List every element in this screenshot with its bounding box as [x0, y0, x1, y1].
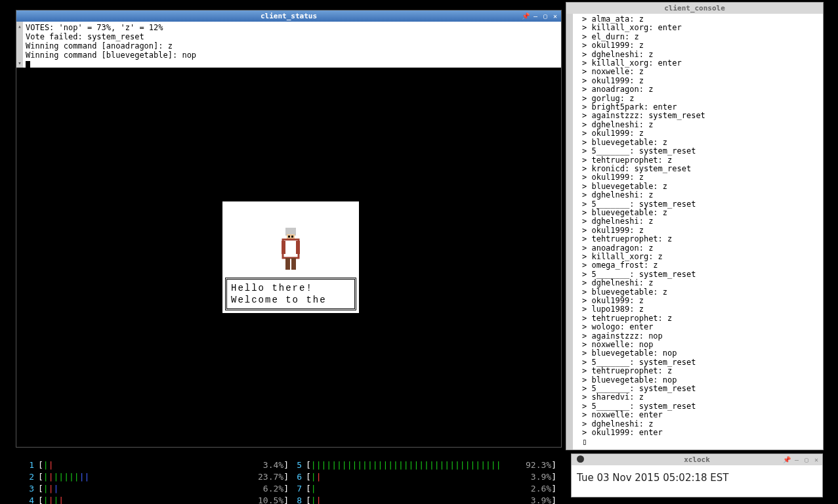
- client-console-window: client_console ▴ ▾ > alma_ata: z> killal…: [566, 2, 824, 450]
- svg-rect-3: [291, 236, 293, 238]
- bracket-icon: ]: [283, 459, 289, 471]
- console-cursor-line: ▯: [582, 438, 822, 446]
- console-entry: > dghelneshi: z: [582, 51, 822, 59]
- gameboy-textbox: Hello there! Welcome to the: [225, 278, 356, 310]
- console-entry: > okul1999: enter: [582, 429, 822, 437]
- bracket-icon: [: [38, 471, 43, 483]
- console-entry: > okul1999: z: [582, 297, 822, 305]
- console-entry: > againstzzz: system_reset: [582, 112, 822, 120]
- cpu-bar: |||||||||||||||||||||||||||||||||||||: [311, 459, 514, 471]
- console-entry: > bluevegetable: nop: [582, 376, 822, 385]
- cpu-index: 4: [21, 495, 34, 504]
- client-status-title: client_status: [261, 12, 317, 20]
- console-entry: > killall_xorg: z: [582, 253, 822, 261]
- svg-rect-8: [285, 258, 290, 270]
- htop-row: 2[|||||||||23.7%]6[||3.9%]: [21, 471, 556, 483]
- console-entry: > dghelneshi: z: [582, 279, 822, 287]
- console-entry: > bright5park: enter: [582, 103, 822, 112]
- bracket-icon: [: [38, 495, 43, 504]
- xclock-titlebar[interactable]: xclock 📌 – ▢ ✕: [572, 454, 822, 465]
- console-entry: > 5_______: system_reset: [582, 385, 822, 393]
- console-entry: > tehtrueprophet: z: [582, 156, 822, 165]
- cpu-meter: 1[||3.4%]: [21, 459, 289, 471]
- scroll-down-icon[interactable]: ▾: [18, 58, 21, 68]
- scroll-up-icon[interactable]: ▴: [568, 14, 571, 22]
- console-entry: > kronicd: system_reset: [582, 165, 822, 173]
- bracket-icon: ]: [551, 471, 556, 483]
- console-entry: > gorlug: z: [582, 94, 822, 103]
- client-console-titlebar[interactable]: client_console: [566, 3, 823, 14]
- console-entry: > 5_______: system_reset: [582, 147, 822, 156]
- console-entry: > okul1999: z: [582, 226, 822, 235]
- scroll-down-icon[interactable]: ▾: [568, 441, 571, 450]
- cpu-meter: 6[||3.9%]: [289, 471, 556, 483]
- cpu-percent: 3.4%: [247, 459, 283, 471]
- xclock-app-icon: [577, 455, 584, 463]
- window-controls: 📌 – ▢ ✕: [783, 455, 820, 463]
- cpu-bar: ||||: [43, 495, 247, 504]
- console-entry: > dghelneshi: z: [582, 121, 822, 129]
- maximize-icon[interactable]: ▢: [803, 455, 810, 463]
- console-entry: > dghelneshi: z: [582, 217, 822, 226]
- htop-panel: 1[||3.4%]5[|||||||||||||||||||||||||||||…: [16, 458, 562, 497]
- cpu-percent: 23.7%: [247, 471, 283, 483]
- console-entry: > okul1999: z: [582, 129, 822, 138]
- xclock-title: xclock: [684, 455, 710, 464]
- cpu-index: 5: [289, 459, 302, 471]
- console-entry: > bluevegetable: z: [582, 138, 822, 147]
- xclock-window: xclock 📌 – ▢ ✕ Tue 03 Nov 2015 05:02:18 …: [571, 453, 823, 497]
- cpu-percent: 10.5%: [247, 495, 283, 504]
- close-icon[interactable]: ✕: [812, 455, 820, 463]
- bracket-icon: [: [306, 495, 311, 504]
- console-entry: > anoadragon: z: [582, 244, 822, 253]
- status-line: Winning command [anoadragon]: z: [26, 41, 558, 51]
- pin-icon[interactable]: 📌: [522, 12, 530, 20]
- status-text-area: ▴ ▾ VOTES: 'nop' = 73%, 'z' = 12% Vote f…: [16, 22, 561, 68]
- console-entry: > tehtrueprophet: z: [582, 314, 822, 323]
- cpu-bar: ||: [311, 495, 514, 504]
- console-entry: > noxwelle: enter: [582, 411, 822, 419]
- bracket-icon: ]: [551, 483, 556, 495]
- cpu-bar: |||||||||: [43, 471, 247, 483]
- cpu-index: 3: [21, 483, 34, 495]
- cpu-meter: 3[|||6.2%]: [21, 483, 289, 495]
- bracket-icon: [: [38, 483, 43, 495]
- console-entry: > okul1999: z: [582, 173, 822, 182]
- status-line: VOTES: 'nop' = 73%, 'z' = 12%: [26, 23, 558, 32]
- console-entry: > 5_______: system_reset: [582, 358, 822, 367]
- status-scrollbar[interactable]: ▴ ▾: [16, 22, 23, 68]
- console-entry: > killall_xorg: enter: [582, 24, 822, 32]
- console-entry: > anoadragon: z: [582, 85, 822, 94]
- scroll-up-icon[interactable]: ▴: [18, 22, 21, 31]
- console-entry: > el_durn: z: [582, 33, 822, 41]
- console-entry: > okul1999: z: [582, 77, 822, 85]
- bracket-icon: [: [306, 483, 311, 495]
- bracket-icon: ]: [551, 459, 556, 471]
- maximize-icon[interactable]: ▢: [541, 12, 549, 20]
- client-status-titlebar[interactable]: client_status 📌 – ▢ ✕: [16, 10, 561, 22]
- console-entry: > alma_ata: z: [582, 15, 822, 24]
- console-entry: > tehtrueprophet: z: [582, 367, 822, 375]
- bracket-icon: ]: [551, 495, 556, 504]
- client-status-window: client_status 📌 – ▢ ✕ ▴ ▾ VOTES: 'nop' =…: [16, 10, 562, 448]
- minimize-icon[interactable]: –: [532, 12, 539, 20]
- minimize-icon[interactable]: –: [793, 455, 801, 463]
- pin-icon[interactable]: 📌: [783, 455, 791, 463]
- console-scrollbar[interactable]: ▴ ▾: [566, 14, 573, 450]
- console-text-area: ▴ ▾ > alma_ata: z> killall_xorg: enter> …: [566, 14, 823, 450]
- client-console-title: client_console: [664, 4, 725, 12]
- console-entry: > bluevegetable: z: [582, 182, 822, 191]
- cpu-percent: 2.6%: [514, 483, 551, 495]
- console-entry: > dghelneshi: z: [582, 420, 822, 429]
- htop-row: 4[||||10.5%]8[||3.9%]: [21, 495, 556, 504]
- gb-text-line: Welcome to the: [231, 294, 350, 306]
- close-icon[interactable]: ✕: [551, 12, 559, 20]
- console-entry: > noxwelle: nop: [582, 341, 822, 349]
- cpu-percent: 92.3%: [514, 459, 551, 471]
- cpu-meter: 2[|||||||||23.7%]: [21, 471, 289, 483]
- console-entry: > noxwelle: z: [582, 68, 822, 76]
- console-entry: > 5_______: system_reset: [582, 200, 822, 209]
- gameboy-screen: Hello there! Welcome to the: [222, 201, 359, 313]
- console-entry: > bluevegetable: z: [582, 288, 822, 297]
- cpu-meter: 7[|2.6%]: [289, 483, 556, 495]
